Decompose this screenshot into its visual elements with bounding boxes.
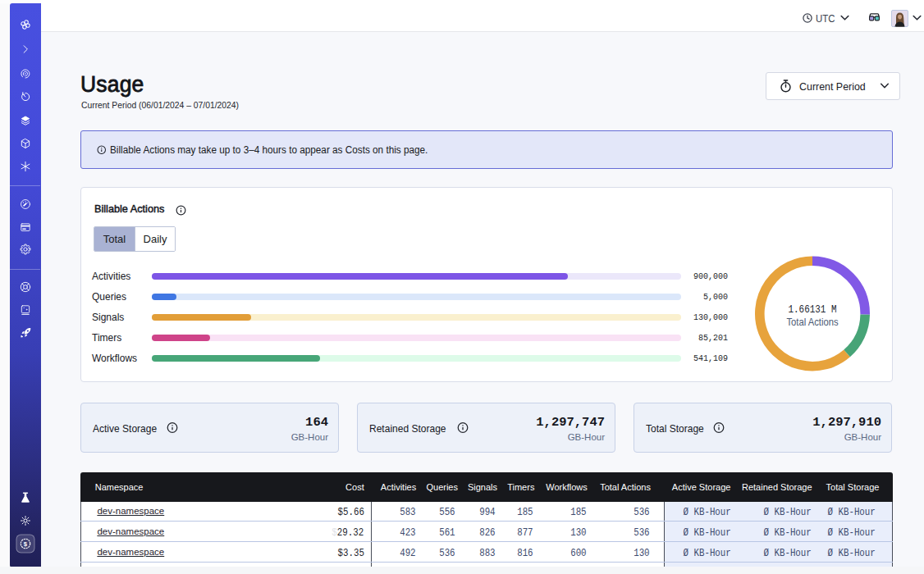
svg-text:$: $ (24, 540, 28, 548)
